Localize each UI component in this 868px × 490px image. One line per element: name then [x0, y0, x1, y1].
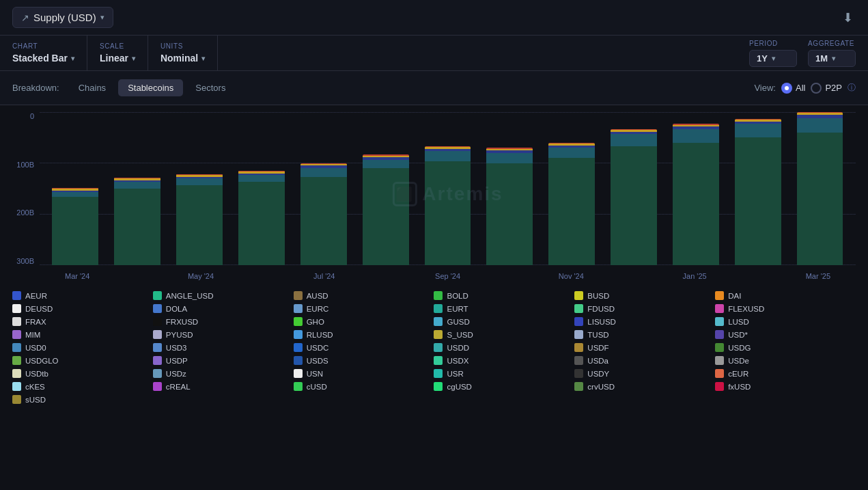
bar-stack	[673, 124, 719, 265]
legend-swatch	[434, 291, 443, 300]
legend-name: cgUSD	[447, 383, 471, 391]
controls-bar: CHART Stacked Bar ▾ SCALE Linear ▾ UNITS…	[0, 36, 868, 71]
legend-swatch	[153, 330, 162, 339]
legend-name: cUSD	[307, 383, 327, 391]
x-label: Jan '25	[664, 272, 725, 280]
legend-swatch	[294, 382, 303, 391]
legend-item: LISUSD	[574, 317, 715, 326]
bar-segment	[300, 168, 347, 176]
view-all-option[interactable]: All	[781, 83, 805, 94]
period-select[interactable]: 1Y ▾	[749, 50, 797, 67]
legend-name: USDa	[587, 357, 608, 365]
legend-name: cREAL	[166, 383, 191, 391]
legend-item: DEUSD	[12, 304, 153, 313]
bar-stack	[176, 174, 223, 265]
legend-name: fxUSD	[728, 383, 751, 391]
legend-swatch	[434, 343, 443, 352]
bar-group	[729, 112, 787, 265]
legend-item: cKES	[12, 382, 153, 391]
legend-swatch	[153, 343, 162, 352]
tab-stablecoins[interactable]: Stablecoins	[118, 79, 183, 96]
legend-swatch	[715, 356, 724, 365]
legend-name: FRAX	[25, 318, 46, 326]
legend-item: crvUSD	[574, 382, 715, 391]
bar-segment	[425, 161, 471, 265]
view-p2p-radio[interactable]	[811, 83, 822, 94]
legend-name: sUSD	[25, 396, 46, 404]
legend-item: EURT	[434, 304, 574, 313]
legend-name: USDG	[728, 344, 751, 352]
y-label-100b: 100B	[16, 161, 34, 169]
bar-stack	[363, 154, 409, 265]
legend-name: USDtb	[25, 370, 48, 378]
view-all-radio[interactable]	[781, 83, 792, 94]
legend-swatch	[715, 369, 724, 378]
legend-name: USDe	[728, 357, 749, 365]
scale-control-value[interactable]: Linear ▾	[100, 53, 135, 64]
scale-control-group: SCALE Linear ▾	[100, 36, 148, 70]
chart-inner: Mar '24May '24Jul '24Sep '24Nov '24Jan '…	[40, 105, 856, 283]
legend-swatch	[574, 291, 583, 300]
legend-item: GUSD	[434, 317, 574, 326]
legend-item: USDY	[574, 369, 715, 378]
legend-name: crvUSD	[587, 383, 615, 391]
legend-swatch	[294, 356, 303, 365]
aggregate-group: AGGREGATE 1M ▾	[808, 40, 856, 67]
aggregate-chevron-icon: ▾	[832, 55, 835, 62]
legend-item: USDGLO	[12, 356, 153, 365]
x-label: Jul '24	[294, 272, 355, 280]
view-p2p-option[interactable]: P2P	[811, 83, 842, 94]
legend-swatch	[294, 317, 303, 326]
aggregate-select[interactable]: 1M ▾	[808, 50, 856, 67]
title-chevron-icon: ▾	[100, 13, 104, 22]
info-icon[interactable]: ⓘ	[848, 82, 856, 94]
title-dropdown[interactable]: ↗ Supply (USD) ▾	[12, 7, 113, 28]
legend-item: PYUSD	[153, 330, 294, 339]
legend-name: USDY	[587, 370, 609, 378]
legend-swatch	[574, 304, 583, 313]
legend-item: FRAX	[12, 317, 153, 326]
bar-stack	[114, 177, 160, 265]
period-label: PERIOD	[749, 40, 778, 47]
legend-swatch	[12, 395, 21, 404]
tab-chains[interactable]: Chains	[69, 79, 115, 96]
legend-swatch	[12, 343, 21, 352]
legend-item: MIM	[12, 330, 153, 339]
legend-swatch	[12, 369, 21, 378]
legend-swatch	[574, 330, 583, 339]
legend-item: USDF	[574, 343, 715, 352]
legend-item: cREAL	[153, 382, 294, 391]
scale-control-label: SCALE	[100, 42, 135, 50]
download-button[interactable]: ⬇	[840, 8, 856, 28]
x-label	[602, 272, 664, 280]
legend-name: TUSD	[587, 331, 608, 339]
legend-name: USD3	[166, 344, 187, 352]
units-control-label: UNITS	[160, 42, 205, 50]
legend-item: USDS	[294, 356, 434, 365]
units-control-value[interactable]: Nominal ▾	[160, 53, 205, 64]
bar-group	[605, 112, 663, 265]
y-label-0: 0	[30, 112, 34, 120]
legend-item: EURC	[294, 304, 434, 313]
bar-segment	[548, 148, 595, 158]
legend-name: DAI	[728, 292, 741, 300]
legend-item: cUSD	[294, 382, 434, 391]
bar-group	[46, 112, 104, 265]
legend-swatch	[715, 304, 724, 313]
bar-segment	[673, 129, 719, 143]
legend-swatch	[715, 330, 724, 339]
legend-item: GHO	[294, 317, 434, 326]
legend-name: USDP	[166, 357, 188, 365]
chart-control-value[interactable]: Stacked Bar ▾	[12, 53, 74, 64]
title-text: Supply (USD)	[33, 12, 96, 23]
legend-name: USR	[447, 370, 463, 378]
tab-sectors[interactable]: Sectors	[186, 79, 235, 96]
bar-group	[171, 112, 229, 265]
legend-item: BOLD	[434, 291, 574, 300]
legend-name: FLEXUSD	[728, 305, 764, 313]
period-aggregate-group: PERIOD 1Y ▾ AGGREGATE 1M ▾	[749, 40, 856, 67]
legend-item: USDX	[434, 356, 574, 365]
chart-wrapper: 300B 200B 100B 0 Mar '24May '24Jul '24Se…	[12, 105, 856, 283]
x-label: May '24	[170, 272, 232, 280]
legend-item: BUSD	[574, 291, 715, 300]
